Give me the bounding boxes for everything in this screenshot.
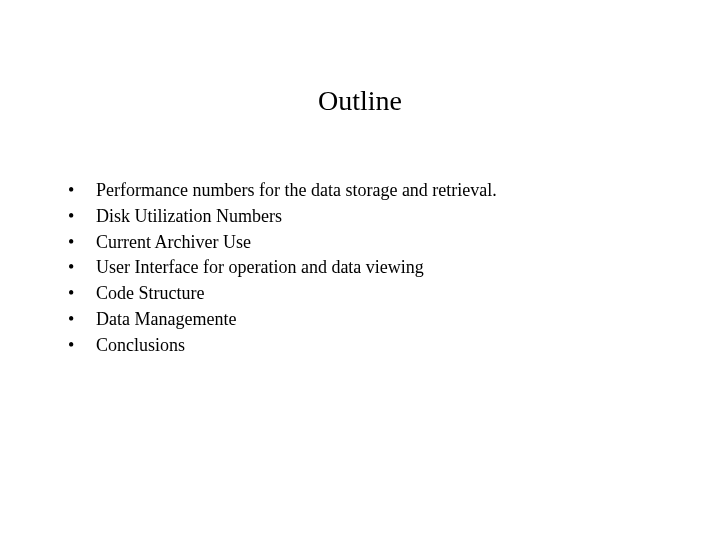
list-item: • Disk Utilization Numbers <box>68 205 720 229</box>
list-item-text: Performance numbers for the data storage… <box>96 179 720 203</box>
list-item: • Data Managemente <box>68 308 720 332</box>
list-item-text: User Interface for operation and data vi… <box>96 256 720 280</box>
outline-list: • Performance numbers for the data stora… <box>0 179 720 357</box>
slide: Outline • Performance numbers for the da… <box>0 0 720 540</box>
slide-title: Outline <box>0 85 720 117</box>
bullet-icon: • <box>68 334 96 358</box>
list-item-text: Code Structure <box>96 282 720 306</box>
list-item-text: Conclusions <box>96 334 720 358</box>
bullet-icon: • <box>68 205 96 229</box>
list-item: • Current Archiver Use <box>68 231 720 255</box>
list-item-text: Current Archiver Use <box>96 231 720 255</box>
list-item: • Code Structure <box>68 282 720 306</box>
bullet-icon: • <box>68 308 96 332</box>
list-item-text: Data Managemente <box>96 308 720 332</box>
bullet-icon: • <box>68 256 96 280</box>
list-item: • Performance numbers for the data stora… <box>68 179 720 203</box>
list-item: • Conclusions <box>68 334 720 358</box>
bullet-icon: • <box>68 282 96 306</box>
list-item-text: Disk Utilization Numbers <box>96 205 720 229</box>
bullet-icon: • <box>68 231 96 255</box>
list-item: • User Interface for operation and data … <box>68 256 720 280</box>
bullet-icon: • <box>68 179 96 203</box>
